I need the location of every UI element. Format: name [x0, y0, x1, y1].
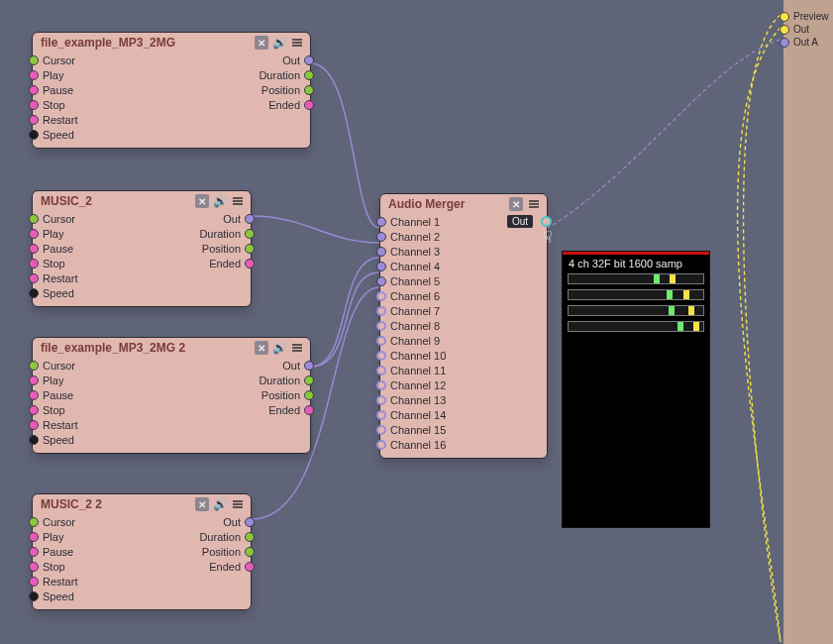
output-port[interactable]: [245, 244, 255, 254]
channel-port[interactable]: [376, 395, 386, 405]
output-port[interactable]: [304, 405, 314, 415]
channel-port[interactable]: [376, 410, 386, 420]
channel-label: Channel 6: [390, 290, 440, 302]
svg-rect-11: [233, 506, 243, 508]
input-port[interactable]: [29, 244, 39, 254]
input-port[interactable]: [29, 562, 39, 572]
input-port[interactable]: [29, 405, 39, 415]
audio-meter-panel[interactable]: 4 ch 32F bit 1600 samp: [562, 251, 710, 528]
channel-label: Channel 15: [390, 424, 446, 436]
input-label: Play: [43, 375, 63, 386]
input-port[interactable]: [29, 288, 39, 298]
close-icon[interactable]: ✕: [255, 36, 268, 50]
channel-port[interactable]: [376, 351, 386, 361]
node-file-example-mp3-2mg-2[interactable]: file_example_MP3_2MG 2 ✕ 🔊 CursorOutPlay…: [32, 337, 311, 454]
input-port[interactable]: [29, 70, 39, 80]
menu-icon[interactable]: [527, 197, 541, 211]
channel-port[interactable]: [376, 276, 386, 286]
channel-port[interactable]: [376, 425, 386, 435]
close-icon[interactable]: ✕: [509, 197, 523, 211]
output-port[interactable]: [304, 100, 314, 110]
input-label: Stop: [43, 99, 65, 111]
output-port[interactable]: [304, 70, 314, 80]
channel-port[interactable]: [376, 291, 386, 301]
output-port[interactable]: [304, 55, 314, 65]
output-port[interactable]: [245, 547, 255, 557]
channel-port[interactable]: [376, 321, 386, 331]
output-port[interactable]: [245, 259, 255, 268]
input-port[interactable]: [29, 591, 39, 601]
output-port[interactable]: [304, 361, 314, 371]
channel-port[interactable]: [376, 366, 386, 376]
input-port[interactable]: [29, 115, 39, 125]
channel-port[interactable]: [376, 262, 386, 271]
input-port[interactable]: [29, 547, 39, 557]
node-file-example-mp3-2mg[interactable]: file_example_MP3_2MG ✕ 🔊 CursorOutPlayDu…: [32, 32, 311, 149]
svg-rect-12: [529, 200, 539, 202]
input-port[interactable]: [29, 435, 39, 445]
speaker-icon[interactable]: 🔊: [272, 36, 286, 50]
node-title: Audio Merger: [388, 197, 465, 211]
output-port[interactable]: [780, 12, 789, 22]
input-port[interactable]: [29, 130, 39, 140]
channel-port[interactable]: [376, 336, 386, 346]
svg-rect-4: [233, 200, 243, 202]
channel-port[interactable]: [376, 380, 386, 390]
output-port[interactable]: [780, 38, 789, 48]
input-port[interactable]: [29, 390, 39, 400]
input-port[interactable]: [29, 361, 39, 371]
close-icon[interactable]: ✕: [255, 341, 268, 355]
output-port[interactable]: [304, 390, 314, 400]
channel-port[interactable]: [376, 306, 386, 316]
svg-rect-3: [233, 197, 243, 199]
channel-port[interactable]: [376, 247, 386, 257]
input-port[interactable]: [29, 85, 39, 95]
node-music-2-2[interactable]: MUSIC_2 2 ✕ 🔊 CursorOutPlayDurationPause…: [32, 493, 252, 610]
input-port[interactable]: [29, 214, 39, 224]
input-label: Restart: [43, 114, 77, 126]
merger-out-port[interactable]: [541, 216, 552, 227]
input-port[interactable]: [29, 376, 39, 385]
output-label: Position: [202, 243, 241, 255]
input-port[interactable]: [29, 517, 39, 527]
output-item[interactable]: Out: [783, 23, 833, 36]
channel-port[interactable]: [376, 217, 386, 227]
output-label: Position: [202, 546, 241, 558]
node-audio-merger[interactable]: Audio Merger ✕ Channel 1OutChannel 2Chan…: [379, 193, 548, 459]
input-port[interactable]: [29, 532, 39, 542]
channel-port[interactable]: [376, 440, 386, 450]
node-canvas[interactable]: file_example_MP3_2MG ✕ 🔊 CursorOutPlayDu…: [0, 0, 833, 644]
input-port[interactable]: [29, 420, 39, 430]
input-port[interactable]: [29, 229, 39, 239]
input-port[interactable]: [29, 577, 39, 587]
speaker-icon[interactable]: 🔊: [213, 497, 227, 511]
speaker-icon[interactable]: 🔊: [213, 194, 227, 208]
input-label: Pause: [43, 84, 73, 96]
output-port[interactable]: [245, 229, 255, 239]
channel-port[interactable]: [376, 232, 386, 242]
close-icon[interactable]: ✕: [195, 497, 209, 511]
input-port[interactable]: [29, 100, 39, 110]
input-port[interactable]: [29, 273, 39, 283]
input-port[interactable]: [29, 259, 39, 268]
output-item[interactable]: Out A: [783, 36, 833, 49]
menu-icon[interactable]: [290, 36, 304, 50]
output-item[interactable]: Preview: [783, 10, 833, 23]
menu-icon[interactable]: [231, 194, 245, 208]
close-icon[interactable]: ✕: [195, 194, 209, 208]
output-port[interactable]: [245, 532, 255, 542]
output-port[interactable]: [245, 517, 255, 527]
output-port[interactable]: [304, 85, 314, 95]
svg-rect-0: [292, 39, 302, 41]
input-label: Cursor: [43, 360, 75, 372]
menu-icon[interactable]: [231, 497, 245, 511]
output-label: Duration: [199, 228, 241, 240]
output-port[interactable]: [304, 376, 314, 385]
output-port[interactable]: [245, 214, 255, 224]
output-port[interactable]: [245, 562, 255, 572]
node-music-2[interactable]: MUSIC_2 ✕ 🔊 CursorOutPlayDurationPausePo…: [32, 190, 252, 307]
menu-icon[interactable]: [290, 341, 304, 355]
output-port[interactable]: [780, 25, 789, 35]
input-port[interactable]: [29, 55, 39, 65]
speaker-icon[interactable]: 🔊: [272, 341, 286, 355]
